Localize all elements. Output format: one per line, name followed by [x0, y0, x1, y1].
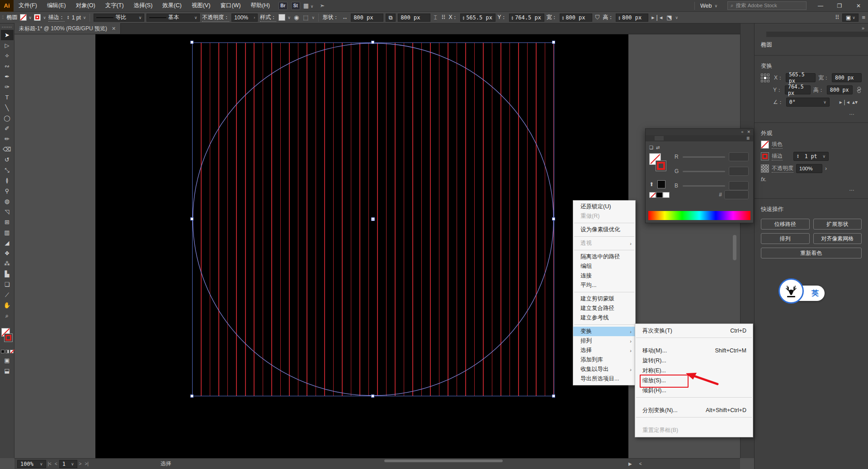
- more-options-icon[interactable]: …: [761, 186, 862, 194]
- selection-handle[interactable]: [371, 41, 374, 44]
- flip-horizontal-icon[interactable]: ▸❘◂: [840, 99, 849, 105]
- brush-dropdown[interactable]: 基本 ∨: [146, 14, 200, 22]
- stock-search-input[interactable]: ⌕ 搜索 Adobe Stock: [727, 1, 807, 10]
- reference-point-icon[interactable]: ⠿: [440, 14, 447, 21]
- chevron-down-icon[interactable]: ∨: [43, 15, 46, 20]
- menu-view[interactable]: 视图(V): [187, 0, 216, 12]
- shear-icon[interactable]: ⬔: [665, 14, 673, 21]
- ctx-add-to-library[interactable]: 添加到库: [573, 355, 635, 365]
- shape-width-input[interactable]: 800 px: [351, 14, 383, 22]
- ctx-isolate-path[interactable]: 隔离选中的路径: [573, 252, 635, 262]
- toolbar-grip[interactable]: ••••••: [2, 23, 12, 30]
- none-mode-button[interactable]: [10, 350, 14, 353]
- fill-swatch[interactable]: [20, 14, 27, 21]
- recolor-artwork-icon[interactable]: ◉: [293, 14, 300, 21]
- sub-scale[interactable]: 缩放(S)...: [635, 375, 753, 385]
- close-panel-icon[interactable]: ✕: [747, 130, 750, 134]
- opacity-value[interactable]: 100% ›: [231, 14, 258, 22]
- menu-edit[interactable]: 编辑(E): [42, 0, 71, 12]
- ctx-transform[interactable]: 变换 ›: [573, 327, 635, 336]
- y-input[interactable]: 764.5 px: [785, 85, 811, 94]
- ctx-make-compound-path[interactable]: 建立复合路径: [573, 304, 635, 313]
- eraser-tool[interactable]: ⌫: [1, 144, 14, 155]
- artboard-number-dropdown[interactable]: 1 ∨: [59, 460, 77, 468]
- offset-path-button[interactable]: 位移路径: [761, 219, 810, 230]
- arrange-dropdown[interactable]: ▣ ∨: [842, 14, 859, 22]
- sub-reflect[interactable]: 对称(E)...: [635, 366, 753, 375]
- direct-selection-tool[interactable]: ▷: [1, 40, 14, 51]
- menu-type[interactable]: 文字(T): [100, 0, 129, 12]
- menu-help[interactable]: 帮助(H): [246, 0, 275, 12]
- fx-icon[interactable]: fx.: [761, 176, 767, 183]
- close-tab-icon[interactable]: ✕: [112, 26, 116, 32]
- menu-object[interactable]: 对象(O): [71, 0, 100, 12]
- minimize-button[interactable]: —: [811, 0, 830, 12]
- arrange-button[interactable]: 排列: [761, 233, 810, 244]
- chevron-down-icon[interactable]: ∨: [312, 15, 315, 20]
- ctx-group[interactable]: 编组: [573, 262, 635, 271]
- selection-handle[interactable]: [552, 217, 555, 220]
- opacity-input[interactable]: 100%: [796, 164, 822, 173]
- ctx-undo-lock[interactable]: 还原锁定(U): [573, 202, 635, 211]
- b-value-input[interactable]: [729, 181, 749, 190]
- hex-input[interactable]: [724, 190, 749, 199]
- tab-artboards[interactable]: [766, 32, 778, 37]
- ctx-pixel-perfect[interactable]: 设为像素级优化: [573, 225, 635, 234]
- close-button[interactable]: ✕: [849, 0, 868, 12]
- width-tool[interactable]: ≬: [1, 175, 14, 186]
- ctx-select[interactable]: 选择 ›: [573, 346, 635, 355]
- menu-list-icon[interactable]: ≡: [861, 14, 866, 21]
- panel-menu-icon[interactable]: ≡: [743, 135, 753, 141]
- mesh-tool[interactable]: ⊞: [1, 217, 14, 227]
- sub-transform-each[interactable]: 分别变换(N)... Alt+Shift+Ctrl+D: [635, 405, 753, 415]
- tab-color-guide[interactable]: [664, 136, 673, 141]
- expand-shape-button[interactable]: 扩展形状: [813, 219, 862, 230]
- ellipse-tool[interactable]: ◯: [1, 113, 14, 123]
- screen-mode-button[interactable]: ⬓: [1, 366, 14, 376]
- ctx-join[interactable]: 连接: [573, 271, 635, 281]
- symbol-sprayer-tool[interactable]: ⁂: [1, 258, 14, 269]
- share-icon[interactable]: ➣: [316, 2, 328, 9]
- artboard-tool[interactable]: ❏: [1, 279, 14, 290]
- gradient-tool[interactable]: ▥: [1, 227, 14, 238]
- slice-tool[interactable]: ⟋: [1, 290, 14, 300]
- color-mode-button[interactable]: [1, 350, 5, 353]
- opacity-label[interactable]: 不透明度: [772, 164, 793, 173]
- select-similar-icon[interactable]: ⬚: [302, 14, 309, 21]
- r-value-input[interactable]: [729, 152, 749, 161]
- ctx-average[interactable]: 平均...: [573, 281, 635, 290]
- horizontal-scrollbar[interactable]: [384, 460, 503, 462]
- last-artboard-icon[interactable]: >|: [85, 461, 88, 466]
- selection-handle[interactable]: [190, 394, 193, 398]
- ctx-export-selection[interactable]: 导出所选项目...: [573, 374, 635, 384]
- chain-unlink-icon[interactable]: [856, 85, 862, 94]
- sub-transform-again[interactable]: 再次变换(T) Ctrl+D: [635, 326, 753, 336]
- sub-reset-bounding-box[interactable]: 重置定界框(B): [635, 425, 753, 435]
- none-swatch[interactable]: [649, 192, 656, 198]
- document-tab[interactable]: 未标题-1* @ 100% (RGB/GPU 预览) ✕: [14, 23, 121, 34]
- transform-icons[interactable]: ▸❘◂: [651, 14, 663, 21]
- layout-icon[interactable]: ▦ ∨: [300, 2, 317, 9]
- menu-file[interactable]: 文件(F): [14, 0, 42, 12]
- tab-swatches[interactable]: [646, 136, 655, 141]
- selection-handle[interactable]: [552, 394, 555, 398]
- sub-shear[interactable]: 倾斜(H)...: [635, 385, 753, 395]
- g-value-input[interactable]: [729, 167, 749, 176]
- workspace-switcher[interactable]: Web ∨: [694, 2, 723, 10]
- tab-layers[interactable]: [778, 32, 790, 37]
- prev-artboard-icon[interactable]: <: [55, 461, 57, 466]
- pen-tool[interactable]: ✒: [1, 71, 14, 82]
- x-input[interactable]: ▲▼565.5 px: [460, 14, 495, 22]
- flip-vertical-icon[interactable]: ▴▾: [852, 99, 858, 105]
- mini-swatch-icon[interactable]: ❏: [649, 145, 653, 150]
- curvature-tool[interactable]: ✑: [1, 82, 14, 92]
- x-input[interactable]: 565.5 px: [786, 73, 816, 82]
- restore-button[interactable]: ❐: [830, 0, 849, 12]
- recolor-button[interactable]: 重新着色: [761, 248, 862, 258]
- stroke-weight-value[interactable]: 1 pt: [72, 14, 81, 21]
- perspective-grid-tool[interactable]: ◹: [1, 206, 14, 217]
- magic-wand-tool[interactable]: ✧: [1, 51, 14, 61]
- y-input[interactable]: ▲▼764.5 px: [509, 14, 544, 22]
- selection-handle[interactable]: [190, 41, 193, 44]
- gradient-mode-button[interactable]: [5, 350, 9, 353]
